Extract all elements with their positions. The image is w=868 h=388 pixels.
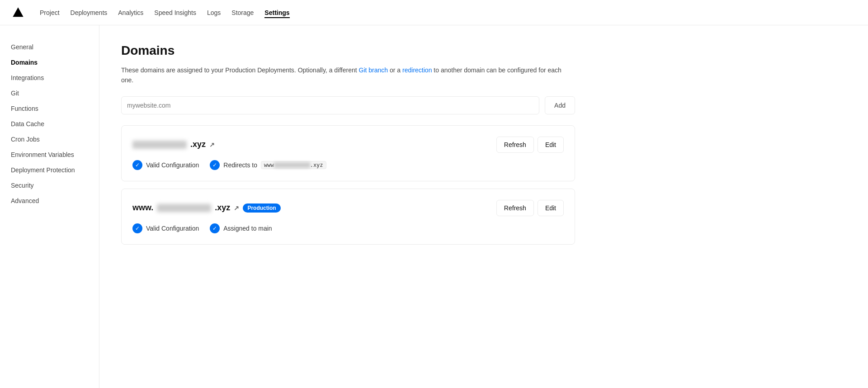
check-icon-1b: ✓ [210, 160, 220, 170]
domain-1-redirect-target: www.xyz [261, 161, 326, 169]
sidebar-item-env-variables[interactable]: Environment Variables [11, 147, 99, 162]
domain-2-status-valid: ✓ Valid Configuration [132, 223, 199, 233]
nav-storage[interactable]: Storage [231, 7, 254, 18]
nav-deployments[interactable]: Deployments [71, 7, 108, 18]
svg-marker-0 [13, 7, 23, 17]
domain-card-1: .xyz ↗ Refresh Edit ✓ Valid Configuratio… [121, 125, 575, 181]
domain-2-status-row: ✓ Valid Configuration ✓ Assigned to main [132, 223, 564, 233]
top-nav: Project Deployments Analytics Speed Insi… [0, 0, 868, 25]
nav-logs[interactable]: Logs [207, 7, 221, 18]
sidebar-item-domains[interactable]: Domains [11, 55, 99, 70]
layout: General Domains Integrations Git Functio… [0, 25, 868, 388]
add-domain-button[interactable]: Add [545, 96, 575, 114]
domain-2-name: www. .xyz ↗ Production [132, 203, 281, 213]
sidebar-item-integrations[interactable]: Integrations [11, 71, 99, 85]
domain-2-status-assigned: ✓ Assigned to main [210, 223, 272, 233]
domain-1-blurred-part [132, 141, 187, 149]
description-text-1: These domains are assigned to your Produ… [121, 66, 359, 74]
domain-1-name: .xyz ↗ [132, 140, 215, 149]
sidebar-item-security[interactable]: Security [11, 178, 99, 193]
domain-2-assigned-label: Assigned to main [223, 225, 272, 232]
domain-1-status-redirect: ✓ Redirects to www.xyz [210, 160, 326, 170]
external-link-icon-2[interactable]: ↗ [234, 204, 239, 212]
domain-1-status-valid: ✓ Valid Configuration [132, 160, 199, 170]
sidebar-item-data-cache[interactable]: Data Cache [11, 117, 99, 131]
production-badge: Production [243, 203, 280, 213]
domain-2-ext: .xyz [215, 203, 230, 213]
redirect-prefix: www [264, 162, 274, 168]
domain-1-status-row: ✓ Valid Configuration ✓ Redirects to www… [132, 160, 564, 170]
domain-card-2-header: www. .xyz ↗ Production Refresh Edit [132, 200, 564, 216]
domain-1-valid-label: Valid Configuration [146, 161, 199, 169]
description-text-2: or a [390, 66, 402, 74]
domain-input[interactable] [121, 96, 539, 114]
refresh-button-1[interactable]: Refresh [496, 137, 534, 153]
refresh-button-2[interactable]: Refresh [496, 200, 534, 216]
edit-button-1[interactable]: Edit [538, 137, 564, 153]
sidebar-item-cron-jobs[interactable]: Cron Jobs [11, 132, 99, 147]
sidebar: General Domains Integrations Git Functio… [0, 25, 99, 388]
git-branch-link[interactable]: Git branch [359, 66, 388, 74]
nav-settings[interactable]: Settings [264, 7, 289, 18]
domain-1-redirects-label: Redirects to [223, 161, 257, 169]
domain-card-1-actions: Refresh Edit [496, 137, 564, 153]
nav-speed-insights[interactable]: Speed Insights [154, 7, 196, 18]
check-icon-2b: ✓ [210, 223, 220, 233]
redirection-link[interactable]: redirection [402, 66, 432, 74]
main-content: Domains These domains are assigned to yo… [99, 25, 597, 388]
sidebar-item-functions[interactable]: Functions [11, 101, 99, 116]
check-icon-2a: ✓ [132, 223, 142, 233]
domain-card-1-header: .xyz ↗ Refresh Edit [132, 137, 564, 153]
sidebar-item-deployment-protection[interactable]: Deployment Protection [11, 163, 99, 177]
nav-analytics[interactable]: Analytics [118, 7, 143, 18]
nav-project[interactable]: Project [40, 7, 60, 18]
redirect-blurred [274, 162, 310, 168]
domain-card-2: www. .xyz ↗ Production Refresh Edit ✓ Va… [121, 189, 575, 245]
check-icon-1a: ✓ [132, 160, 142, 170]
edit-button-2[interactable]: Edit [538, 200, 564, 216]
domain-input-row: Add [121, 96, 575, 114]
domain-2-valid-label: Valid Configuration [146, 225, 199, 232]
sidebar-item-git[interactable]: Git [11, 86, 99, 100]
domain-2-www-prefix: www. [132, 203, 153, 213]
domain-2-blurred-part [157, 204, 211, 212]
description: These domains are assigned to your Produ… [121, 65, 575, 85]
domain-card-2-actions: Refresh Edit [496, 200, 564, 216]
domain-1-ext: .xyz [190, 140, 206, 149]
sidebar-item-general[interactable]: General [11, 40, 99, 54]
logo[interactable] [11, 5, 25, 20]
redirect-ext: .xyz [310, 162, 323, 168]
external-link-icon-1[interactable]: ↗ [209, 141, 215, 148]
sidebar-item-advanced[interactable]: Advanced [11, 194, 99, 208]
page-title: Domains [121, 43, 575, 58]
